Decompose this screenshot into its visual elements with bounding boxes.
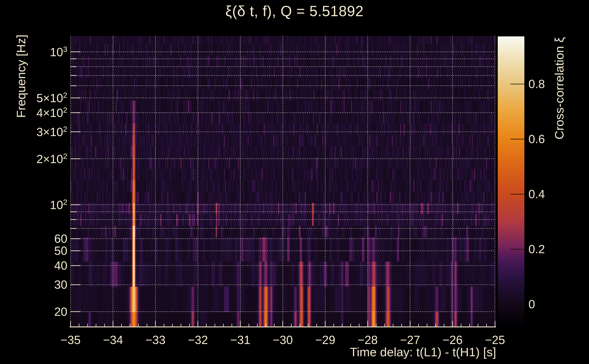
y-tick-label: 2×102 [13, 152, 67, 166]
colorbar-tick-label: 0.4 [529, 187, 545, 201]
x-tick-label: −32 [188, 333, 208, 347]
colorbar-tick-mark [510, 194, 525, 195]
x-tick-label: −27 [400, 333, 420, 347]
y-tick-label: 102 [13, 198, 67, 212]
x-tick-label: −35 [60, 333, 81, 347]
y-tick-label: 103 [13, 45, 67, 59]
colorbar-tick-mark [510, 304, 525, 305]
colorbar-tick-mark [510, 249, 525, 250]
y-tick-label: 60 [13, 232, 67, 246]
colorbar-tick-mark [510, 84, 525, 84]
y-tick-label: 3×102 [13, 125, 67, 139]
x-tick-label: −26 [442, 333, 463, 347]
y-tick-label: 4×102 [13, 106, 67, 120]
x-axis-title: Time delay: t(L1) - t(H1) [s] [0, 345, 496, 359]
colorbar-tick-label: 0.8 [529, 77, 545, 91]
y-tick-label: 50 [13, 244, 67, 258]
x-tick-label: −25 [485, 333, 505, 347]
y-tick-label: 40 [13, 259, 67, 272]
x-tick-label: −28 [358, 333, 378, 347]
colorbar-tick-mark [510, 139, 525, 139]
colorbar-tick-label: 0 [529, 297, 535, 311]
y-tick-label: 30 [13, 278, 67, 292]
x-tick-label: −33 [145, 333, 165, 347]
y-tick-label: 20 [13, 305, 67, 318]
x-tick-label: −34 [103, 333, 123, 347]
colorbar-tick-label: 0.6 [529, 132, 545, 146]
colorbar-tick-label: 0.2 [529, 242, 545, 256]
colorbar-gradient [498, 36, 524, 327]
colorbar-title: Cross-correlation ξ [552, 37, 566, 139]
x-tick-label: −30 [273, 333, 293, 347]
figure: ξ(δ t, f), Q = 5.51892 Time delay: t(L1)… [0, 0, 589, 364]
y-tick-label: 5×102 [13, 91, 67, 105]
x-tick-label: −31 [230, 333, 250, 347]
plot-title: ξ(δ t, f), Q = 5.51892 [0, 3, 589, 20]
x-tick-label: −29 [315, 333, 335, 347]
